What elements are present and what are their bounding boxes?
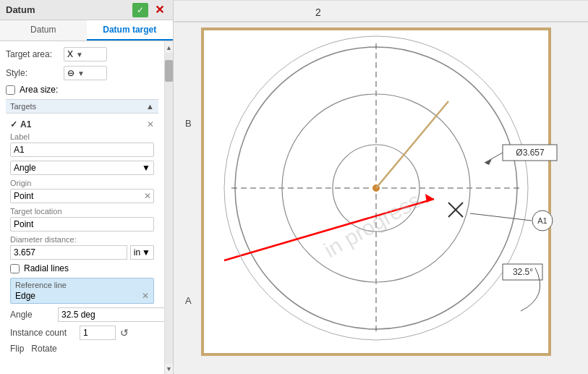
label-field-label: Label — [10, 132, 154, 141]
instance-count-row: Instance count ↺ — [10, 326, 154, 340]
target-location-field: Target location Point — [10, 207, 154, 231]
origin-clear-icon[interactable]: ✕ — [144, 191, 151, 201]
style-row: Style: ⊖ ▼ — [6, 66, 158, 80]
angle-dropdown-arrow-icon: ▼ — [142, 163, 150, 173]
radial-lines-row: Radial lines — [10, 263, 154, 273]
target-location-value: Point — [10, 217, 154, 231]
diameter-annotation: Ø3.657 — [516, 148, 545, 158]
targets-section-header: Targets ▲ — [6, 99, 158, 114]
panel-scrollbar: ▲ ▼ — [164, 41, 173, 374]
target-location-label: Target location — [10, 207, 154, 216]
origin-input[interactable] — [10, 189, 154, 203]
tab-datum-target[interactable]: Datum target — [87, 20, 174, 41]
target-area-row: Target area: X ▼ — [6, 47, 158, 61]
expand-arrow-icon: ✓ — [10, 119, 17, 129]
scroll-up-button[interactable]: ▲ — [164, 43, 173, 53]
dropdown-arrow-icon: ▼ — [76, 51, 83, 59]
diameter-unit-label: in — [134, 247, 140, 258]
instance-count-input[interactable] — [80, 326, 116, 340]
scroll-thumb[interactable] — [165, 60, 173, 82]
area-size-row: Area size: — [6, 85, 158, 95]
angle-value-row: Angle ▼ — [10, 307, 154, 322]
drawing-area: 2 B A — [174, 0, 588, 374]
rotate-label: Rotate — [31, 344, 56, 354]
angle-value-label: Angle — [10, 310, 54, 320]
diameter-unit-arrow-icon: ▼ — [142, 247, 150, 258]
scroll-down-button[interactable]: ▼ — [164, 364, 173, 374]
target-area-label: Target area: — [6, 49, 64, 59]
style-label: Style: — [6, 68, 64, 78]
instance-refresh-icon[interactable]: ↺ — [120, 327, 129, 339]
panel-title: Datum — [6, 4, 35, 15]
form-area: Target area: X ▼ Style: ⊖ ▼ Area size: — [0, 41, 164, 374]
col2-label: 2 — [315, 7, 321, 18]
area-size-checkbox[interactable] — [6, 85, 15, 95]
target-a1-label: ✓ A1 — [10, 119, 31, 129]
label-field: Label — [10, 132, 154, 157]
style-select[interactable]: ⊖ ▼ — [64, 66, 107, 80]
flip-rotate-row: Flip Rotate — [10, 344, 154, 354]
close-button[interactable]: ✕ — [151, 3, 167, 17]
diameter-field: Diameter distance: in ▼ — [10, 235, 154, 260]
origin-input-wrapper: ✕ — [10, 189, 154, 203]
left-panel: Datum ✓ ✕ Datum Datum target Target area… — [0, 0, 174, 374]
radial-lines-checkbox[interactable] — [10, 264, 20, 273]
area-size-label: Area size: — [20, 85, 58, 95]
origin-field: Origin ✕ — [10, 179, 154, 203]
diameter-row: in ▼ — [10, 245, 154, 260]
target-area-select[interactable]: X ▼ — [64, 47, 107, 61]
diameter-unit-select[interactable]: in ▼ — [130, 245, 154, 260]
diameter-label: Diameter distance: — [10, 235, 154, 244]
angle-dropdown-field: Angle ▼ — [10, 161, 154, 175]
panel-header: Datum ✓ ✕ — [0, 0, 173, 20]
angle-value-input[interactable] — [58, 307, 164, 322]
origin-label: Origin — [10, 179, 154, 187]
reference-line-value: Edge — [15, 291, 35, 301]
flip-label: Flip — [10, 344, 24, 354]
row-a-label: A — [185, 295, 192, 306]
angle-dropdown[interactable]: Angle ▼ — [10, 161, 154, 175]
tab-bar: Datum Datum target — [0, 20, 173, 41]
reference-line-clear-icon[interactable]: ✕ — [142, 291, 149, 301]
target-a1-content: ✓ A1 ✕ Label Angle ▼ — [6, 116, 158, 360]
reference-line-section: Reference line Edge ✕ — [10, 278, 154, 304]
angle-annotation: 32.5° — [513, 267, 533, 277]
reference-line-value-row: Edge ✕ — [15, 291, 149, 301]
diameter-input[interactable] — [10, 245, 127, 260]
label-input[interactable] — [10, 143, 154, 157]
target-a1-header: ✓ A1 ✕ — [10, 119, 154, 129]
confirm-button[interactable]: ✓ — [132, 3, 148, 17]
style-dropdown-arrow-icon: ▼ — [77, 69, 85, 77]
reference-line-label: Reference line — [15, 281, 149, 289]
drawing-svg: 2 B A — [174, 0, 588, 374]
target-a1-annotation: A1 — [537, 216, 547, 225]
target-a1-remove-icon[interactable]: ✕ — [147, 119, 154, 129]
scroll-up-icon[interactable]: ▲ — [146, 102, 154, 111]
tab-datum[interactable]: Datum — [0, 20, 87, 41]
instance-count-label: Instance count — [10, 328, 75, 338]
header-actions: ✓ ✕ — [132, 3, 167, 17]
scroll-track — [165, 53, 173, 364]
label-input-wrapper — [10, 143, 154, 157]
radial-lines-label: Radial lines — [24, 263, 69, 273]
row-b-label: B — [185, 118, 192, 129]
